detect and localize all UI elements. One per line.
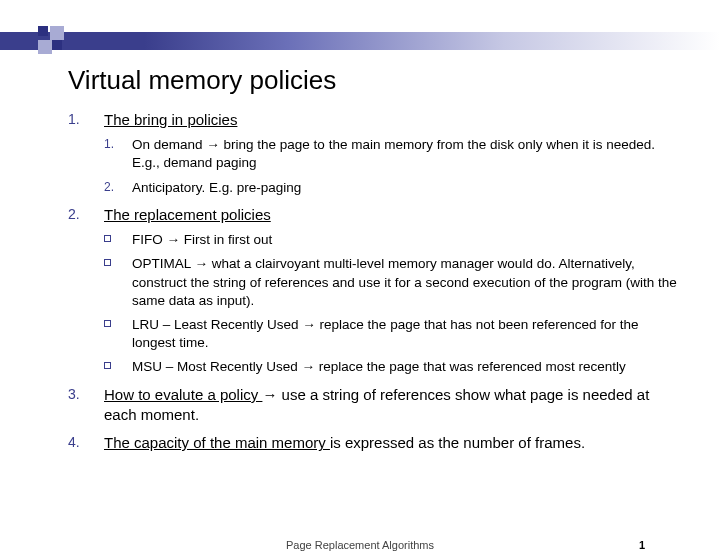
- list-heading: The bring in policies: [104, 111, 237, 128]
- list-number: 3.: [68, 385, 80, 404]
- list-heading: The capacity of the main memory: [104, 434, 330, 451]
- footer-title: Page Replacement Algorithms: [0, 539, 720, 551]
- content-area: 1.The bring in policies1.On demand → bri…: [68, 110, 678, 461]
- list-item: 2.The replacement policiesFIFO → First i…: [68, 205, 678, 377]
- sublist-item: FIFO → First in first out: [104, 231, 678, 249]
- square-bullet-icon: [104, 259, 111, 266]
- slide-title: Virtual memory policies: [68, 65, 336, 96]
- sublist-number: 2.: [104, 179, 114, 195]
- list-number: 4.: [68, 433, 80, 452]
- sublist-item: 2.Anticipatory. E.g. pre-paging: [104, 179, 678, 197]
- header-bar: [0, 32, 720, 50]
- sublist-text: On demand → bring the page to the main m…: [132, 137, 655, 170]
- decor-squares: [38, 26, 68, 56]
- list-item: 1.The bring in policies1.On demand → bri…: [68, 110, 678, 197]
- sublist-item: MSU – Most Recently Used → replace the p…: [104, 358, 678, 376]
- square-bullet-icon: [104, 235, 111, 242]
- square-bullet-icon: [104, 320, 111, 327]
- square-bullet-icon: [104, 362, 111, 369]
- sublist-number: 1.: [104, 136, 114, 152]
- list-heading: How to evalute a policy: [104, 386, 262, 403]
- sublist-item: 1.On demand → bring the page to the main…: [104, 136, 678, 172]
- sublist-item: OPTIMAL → what a clairvoyant multi-level…: [104, 255, 678, 310]
- sublist-text: LRU – Least Recently Used → replace the …: [132, 317, 639, 350]
- sublist-item: LRU – Least Recently Used → replace the …: [104, 316, 678, 352]
- sublist-text: Anticipatory. E.g. pre-paging: [132, 180, 301, 195]
- list-item: 3.How to evalute a policy → use a string…: [68, 385, 678, 426]
- list-number: 2.: [68, 205, 80, 224]
- list-heading: The replacement policies: [104, 206, 271, 223]
- sublist-text: FIFO → First in first out: [132, 232, 272, 247]
- list-tail: is expressed as the number of frames.: [330, 434, 585, 451]
- list-number: 1.: [68, 110, 80, 129]
- sublist-text: MSU – Most Recently Used → replace the p…: [132, 359, 626, 374]
- sublist-text: OPTIMAL → what a clairvoyant multi-level…: [132, 256, 677, 307]
- list-item: 4.The capacity of the main memory is exp…: [68, 433, 678, 453]
- footer-page-number: 1: [639, 539, 645, 551]
